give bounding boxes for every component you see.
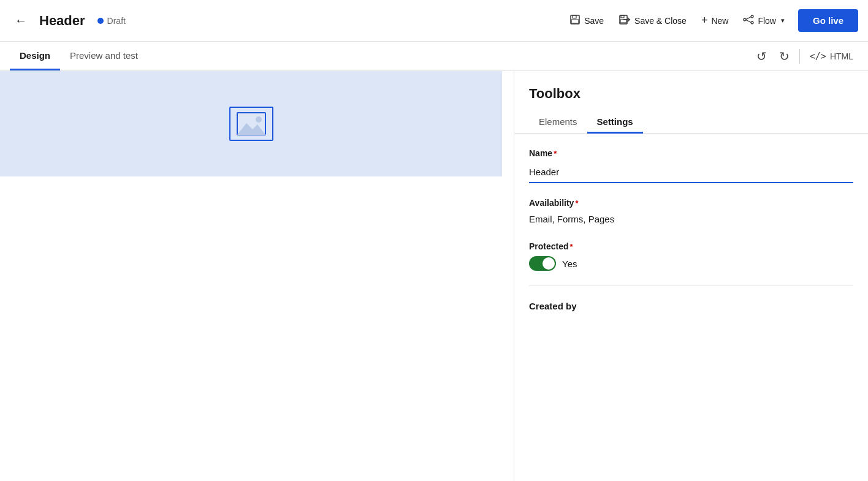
tabs-bar: Design Preview and test ↺ ↻ </> HTML [0,42,868,71]
go-live-button[interactable]: Go live [798,9,858,32]
svg-marker-12 [237,123,265,135]
draft-label: Draft [107,16,126,26]
code-icon: </> [810,51,826,62]
toolbox-body: Name* Availability* Email, Forms, Pages … [514,134,868,481]
name-field-label: Name* [529,148,853,158]
page-title: Header [39,13,85,29]
svg-point-7 [751,15,753,18]
protected-field-label: Protected* [529,241,853,251]
toggle-knob [542,257,555,270]
flow-icon [743,14,754,28]
svg-point-6 [744,18,746,21]
html-button[interactable]: </> HTML [805,47,858,66]
protected-toggle-label: Yes [562,259,577,269]
toolbar-divider [799,49,800,64]
protected-required-star: * [570,242,573,251]
name-field-group: Name* [529,148,853,183]
canvas-inner [0,71,502,481]
svg-rect-2 [571,20,579,23]
availability-field-label: Availability* [529,198,853,208]
back-button[interactable]: ← [10,11,32,30]
svg-point-13 [256,116,262,123]
toolbox-tab-elements[interactable]: Elements [529,112,587,134]
undo-icon: ↺ [756,49,767,64]
tab-design-label: Design [20,50,50,61]
tab-design[interactable]: Design [10,42,60,70]
availability-value: Email, Forms, Pages [529,211,853,227]
name-input[interactable] [529,162,853,183]
save-label: Save [584,16,604,26]
toggle-row: Yes [529,256,853,271]
redo-button[interactable]: ↻ [774,45,794,67]
flow-label: Flow [758,16,776,26]
toolbox-tab-settings[interactable]: Settings [587,112,643,134]
save-icon [569,14,581,28]
canvas-header-block[interactable] [0,71,502,176]
tab-preview-label: Preview and test [70,50,138,61]
protected-field-group: Protected* Yes [529,241,853,271]
draft-dot-icon [97,18,104,24]
toolbox-elements-label: Elements [539,116,577,127]
back-icon: ← [15,13,27,28]
main-content: Toolbox Elements Settings Name* Avai [0,71,868,481]
tab-preview-and-test[interactable]: Preview and test [60,42,148,70]
created-by-field-group: Created by [529,301,853,311]
toolbox-title: Toolbox [514,71,868,112]
new-plus-icon: + [701,14,708,27]
availability-required-star: * [575,199,578,208]
image-placeholder [229,107,273,141]
new-button[interactable]: + New [695,10,735,31]
save-close-icon [619,14,631,28]
html-label: HTML [830,51,853,61]
svg-line-10 [746,20,751,22]
toolbox-tabs: Elements Settings [514,112,868,134]
toolbox-panel: Toolbox Elements Settings Name* Avai [514,71,868,481]
save-button[interactable]: Save [563,10,610,31]
save-close-label: Save & Close [634,16,687,26]
draft-badge: Draft [97,16,126,26]
redo-icon: ↻ [779,49,790,64]
availability-field-group: Availability* Email, Forms, Pages [529,198,853,227]
protected-toggle[interactable] [529,256,556,271]
canvas-area [0,71,514,481]
toolbox-settings-label: Settings [597,116,633,127]
section-divider [529,286,853,286]
top-bar-left: ← Header Draft [10,11,563,30]
created-by-heading: Created by [529,301,853,311]
new-label: New [711,16,728,26]
save-close-button[interactable]: Save & Close [612,10,693,31]
go-live-label: Go live [813,15,843,26]
tabs-left: Design Preview and test [10,42,148,70]
tabs-right: ↺ ↻ </> HTML [752,45,858,67]
top-bar: ← Header Draft Save [0,0,868,42]
name-required-star: * [554,149,557,158]
svg-line-9 [746,17,751,19]
top-bar-actions: Save Save & Close + New [563,9,858,32]
svg-point-8 [751,21,753,24]
undo-button[interactable]: ↺ [752,45,772,67]
flow-button[interactable]: Flow ▾ [737,10,791,31]
flow-chevron-icon: ▾ [781,17,785,25]
